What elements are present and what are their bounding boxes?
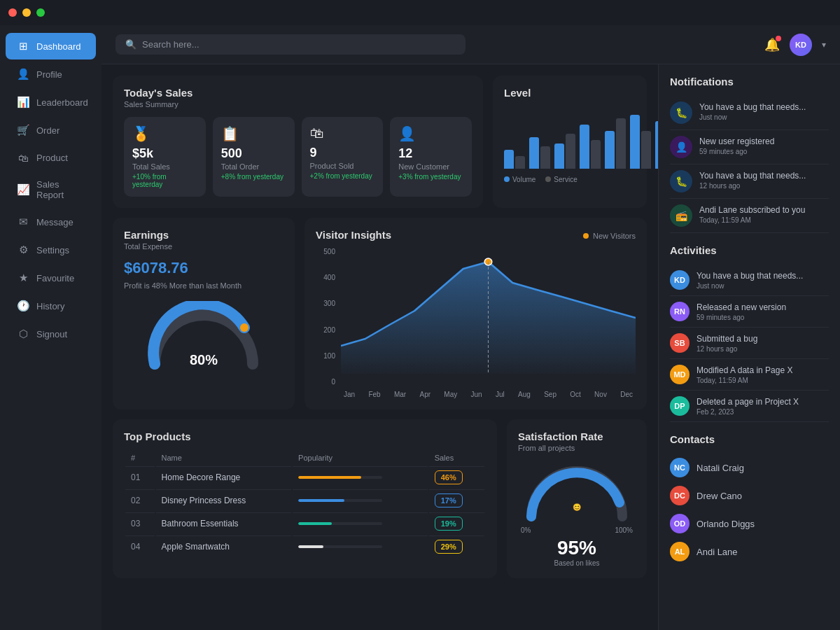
sidebar-item-message[interactable]: ✉ Message bbox=[6, 209, 96, 235]
sidebar-item-history[interactable]: 🕐 History bbox=[6, 293, 96, 319]
act-content-2: Released a new version 59 minutes ago bbox=[696, 302, 786, 321]
total-order-icon: 📋 bbox=[221, 125, 286, 142]
col-name: Name bbox=[156, 451, 292, 465]
notifications-title: Notifications bbox=[670, 76, 829, 88]
svg-text:😊: 😊 bbox=[573, 503, 582, 512]
act-avatar-1: KD bbox=[670, 270, 690, 290]
notification-item: 👤 New user registered 59 minutes ago bbox=[670, 130, 829, 164]
sidebar-label-leaderboard: Leaderboard bbox=[36, 97, 88, 108]
row-name: Bathroom Essentials bbox=[156, 512, 292, 534]
bar-v2 bbox=[529, 137, 539, 169]
row-popularity bbox=[293, 489, 428, 511]
new-visitors-dot bbox=[583, 233, 589, 239]
product-sold-icon: 🛍 bbox=[310, 125, 375, 141]
satisfaction-desc: Based on likes bbox=[554, 559, 599, 567]
earnings-card: Earnings Total Expense $6078.76 Profit i… bbox=[113, 218, 295, 410]
sidebar-item-leaderboard[interactable]: 📊 Leaderboard bbox=[6, 89, 96, 115]
activity-item: MD Modified A data in Page X Today, 11:5… bbox=[670, 359, 829, 391]
middle-row: Earnings Total Expense $6078.76 Profit i… bbox=[113, 218, 647, 410]
sidebar-item-profile[interactable]: 👤 Profile bbox=[6, 61, 96, 88]
legend-service-dot bbox=[545, 176, 551, 182]
top-row: Today's Sales Sales Summary 🏅 $5k Total … bbox=[113, 76, 647, 208]
sidebar-item-dashboard[interactable]: ⊞ Dashboard bbox=[6, 33, 96, 59]
contact-item[interactable]: DC Drew Cano bbox=[670, 482, 829, 510]
product-icon: 🛍 bbox=[17, 152, 29, 164]
satisfaction-scale: 0% 100% bbox=[521, 526, 633, 534]
earnings-desc: Profit is 48% More than last Month bbox=[124, 281, 284, 290]
sidebar-item-sales-report[interactable]: 📈 Sales Report bbox=[6, 172, 96, 207]
activity-item: DP Deleted a page in Project X Feb 2, 20… bbox=[670, 391, 829, 422]
sat-scale-max: 100% bbox=[615, 526, 633, 534]
earnings-gauge: 80% bbox=[124, 301, 284, 371]
sidebar-label-history: History bbox=[36, 301, 64, 312]
act-avatar-2: RN bbox=[670, 302, 690, 321]
table-row: 04 Apple Smartwatch 29% bbox=[125, 536, 484, 557]
row-popularity bbox=[293, 536, 428, 557]
act-content-4: Modified A data in Page X Today, 11:59 A… bbox=[696, 365, 792, 384]
products-title: Top Products bbox=[124, 430, 486, 442]
notif-text-1: You have a bug that needs... bbox=[699, 102, 806, 113]
notif-text-4: Andi Lane subscribed to you bbox=[699, 204, 805, 216]
act-content-1: You have a bug that needs... Just now bbox=[696, 270, 803, 290]
metric-total-sales: 🏅 $5k Total Sales +10% from yesterday bbox=[124, 117, 206, 197]
sidebar-label-order: Order bbox=[36, 125, 59, 136]
act-text-1: You have a bug that needs... bbox=[696, 270, 803, 282]
visitor-chart-svg bbox=[341, 248, 636, 388]
sidebar-label-message: Message bbox=[36, 217, 74, 227]
legend-service: Service bbox=[545, 176, 577, 183]
chevron-down-icon[interactable]: ▾ bbox=[822, 40, 826, 50]
satisfaction-gauge-svg: 😊 bbox=[521, 461, 633, 524]
contact-item[interactable]: OD Orlando Diggs bbox=[670, 510, 829, 538]
notif-text-3: You have a bug that needs... bbox=[699, 170, 806, 182]
app-container: ⊞ Dashboard👤 Profile📊 Leaderboard🛒 Order… bbox=[0, 25, 840, 630]
notifications-button[interactable]: 🔔 bbox=[764, 37, 780, 52]
maximize-dot[interactable] bbox=[36, 8, 45, 17]
contact-name-3: Orlando Diggs bbox=[696, 519, 755, 529]
col-sales: Sales bbox=[429, 451, 484, 465]
table-row: 03 Bathroom Essentials 19% bbox=[125, 512, 484, 534]
contact-name-4: Andi Lane bbox=[696, 547, 738, 557]
row-popularity bbox=[293, 466, 428, 488]
minimize-dot[interactable] bbox=[22, 8, 31, 17]
sidebar-item-settings[interactable]: ⚙ Settings bbox=[6, 237, 96, 263]
notif-time-1: Just now bbox=[699, 113, 806, 121]
act-time-5: Feb 2, 2023 bbox=[696, 408, 799, 416]
bar-group-2 bbox=[529, 137, 550, 169]
search-bar[interactable]: 🔍 Search here... bbox=[115, 34, 465, 55]
level-legend: Volume Service bbox=[504, 176, 636, 183]
sidebar-item-product[interactable]: 🛍 Product bbox=[6, 145, 96, 171]
row-num: 03 bbox=[125, 512, 155, 534]
act-time-1: Just now bbox=[696, 282, 803, 290]
level-title: Level bbox=[504, 87, 636, 99]
satisfaction-card: Satisfaction Rate From all projects 😊 0%… bbox=[507, 419, 647, 578]
contact-item[interactable]: NC Natali Craig bbox=[670, 454, 829, 482]
legend-volume: Volume bbox=[504, 176, 536, 183]
search-icon: 🔍 bbox=[125, 39, 136, 50]
bar-v3 bbox=[554, 144, 564, 169]
sidebar-item-order[interactable]: 🛒 Order bbox=[6, 117, 96, 144]
product-sold-value: 9 bbox=[310, 146, 375, 160]
activity-item: RN Released a new version 59 minutes ago bbox=[670, 296, 829, 328]
avatar[interactable]: KD bbox=[790, 34, 812, 56]
row-name: Home Decore Range bbox=[156, 466, 292, 488]
sidebar-label-dashboard: Dashboard bbox=[36, 41, 81, 52]
gauge-label: 80% bbox=[190, 352, 218, 368]
header-right: 🔔 KD ▾ bbox=[764, 34, 826, 56]
contact-name-1: Natali Craig bbox=[696, 463, 744, 473]
metric-total-order: 📋 500 Total Order +8% from yesterday bbox=[213, 117, 295, 197]
bar-group-1 bbox=[504, 150, 525, 169]
activities-title: Activities bbox=[670, 244, 829, 256]
act-avatar-4: MD bbox=[670, 365, 690, 384]
sidebar-item-signout[interactable]: ⬡ Signout bbox=[6, 321, 96, 347]
visitor-header: Visitor Insights New Visitors bbox=[316, 229, 636, 242]
bar-group-4 bbox=[580, 125, 601, 169]
close-dot[interactable] bbox=[8, 8, 17, 17]
sidebar-label-product: Product bbox=[36, 153, 68, 163]
bar-group-6 bbox=[630, 115, 651, 169]
earnings-title: Earnings bbox=[124, 229, 284, 241]
svg-point-0 bbox=[240, 323, 248, 332]
bar-s3 bbox=[566, 134, 575, 169]
contact-item[interactable]: AL Andi Lane bbox=[670, 538, 829, 566]
sidebar-item-favourite[interactable]: ★ Favourite bbox=[6, 265, 96, 291]
contact-avatar-4: AL bbox=[670, 542, 690, 561]
